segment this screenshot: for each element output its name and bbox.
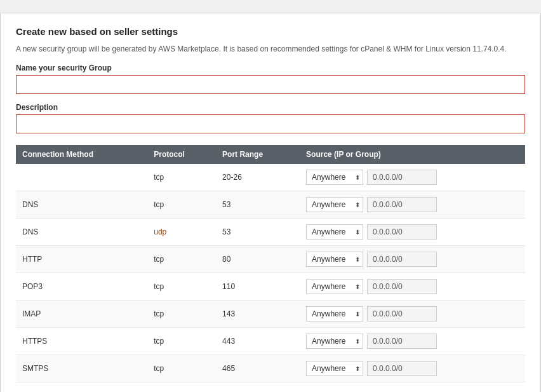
cell-port: 443	[216, 328, 300, 355]
cell-port: 143	[216, 301, 300, 328]
cell-port: 465	[216, 355, 300, 382]
description-label: Description	[16, 103, 525, 112]
cell-port: 53	[216, 219, 300, 246]
table-row: HTTPtcp80AnywhereCustom IPMy IP	[16, 246, 525, 273]
cell-port: 53	[216, 191, 300, 219]
cell-method: DNS	[16, 219, 147, 246]
cell-source: AnywhereCustom IPMy IP	[300, 328, 525, 355]
security-rules-table: Connection Method Protocol Port Range So…	[16, 145, 525, 382]
col-protocol: Protocol	[147, 145, 216, 164]
source-select[interactable]: AnywhereCustom IPMy IP	[306, 224, 363, 240]
cell-port: 20-26	[216, 164, 300, 191]
cell-source: AnywhereCustom IPMy IP	[300, 273, 525, 301]
col-connection-method: Connection Method	[16, 145, 147, 164]
ip-input[interactable]	[367, 361, 437, 376]
cell-protocol: tcp	[147, 273, 216, 301]
name-input[interactable]	[16, 75, 525, 94]
ip-input[interactable]	[367, 252, 437, 267]
table-header-row: Connection Method Protocol Port Range So…	[16, 145, 525, 164]
cell-method: POP3	[16, 273, 147, 301]
cell-method	[16, 164, 147, 191]
source-select[interactable]: AnywhereCustom IPMy IP	[306, 306, 363, 321]
cell-protocol: tcp	[147, 246, 216, 273]
cell-method: SMTPS	[16, 355, 147, 382]
source-select[interactable]: AnywhereCustom IPMy IP	[306, 279, 363, 294]
cell-protocol: tcp	[147, 355, 216, 382]
cell-source: AnywhereCustom IPMy IP	[300, 164, 525, 191]
cell-method: DNS	[16, 191, 147, 219]
description-input[interactable]	[16, 114, 525, 133]
source-select[interactable]: AnywhereCustom IPMy IP	[306, 170, 363, 185]
col-source: Source (IP or Group)	[300, 145, 525, 164]
table-row: SMTPStcp465AnywhereCustom IPMy IP	[16, 355, 525, 382]
cell-protocol: tcp	[147, 328, 216, 355]
ip-input[interactable]	[367, 334, 437, 349]
cell-port: 110	[216, 273, 300, 301]
source-select[interactable]: AnywhereCustom IPMy IP	[306, 334, 363, 349]
ip-input[interactable]	[367, 197, 437, 212]
main-container: Create new based on seller settings A ne…	[0, 13, 541, 392]
cell-source: AnywhereCustom IPMy IP	[300, 301, 525, 328]
source-select[interactable]: AnywhereCustom IPMy IP	[306, 197, 363, 212]
cell-method: HTTPS	[16, 328, 147, 355]
cell-port: 80	[216, 246, 300, 273]
source-select[interactable]: AnywhereCustom IPMy IP	[306, 252, 363, 267]
table-row: IMAPtcp143AnywhereCustom IPMy IP	[16, 301, 525, 328]
ip-input[interactable]	[367, 306, 437, 321]
ip-input[interactable]	[367, 170, 437, 185]
cell-protocol: udp	[147, 219, 216, 246]
source-select[interactable]: AnywhereCustom IPMy IP	[306, 361, 363, 376]
name-label: Name your security Group	[16, 64, 525, 72]
ip-input[interactable]	[367, 279, 437, 294]
cell-protocol: tcp	[147, 191, 216, 219]
cell-method: HTTP	[16, 246, 147, 273]
cell-protocol: tcp	[147, 164, 216, 191]
table-row: POP3tcp110AnywhereCustom IPMy IP	[16, 273, 525, 301]
cell-method: IMAP	[16, 301, 147, 328]
table-row: tcp20-26AnywhereCustom IPMy IP	[16, 164, 525, 191]
col-port-range: Port Range	[216, 145, 300, 164]
table-row: DNStcp53AnywhereCustom IPMy IP	[16, 191, 525, 219]
cell-source: AnywhereCustom IPMy IP	[300, 191, 525, 219]
table-row: HTTPStcp443AnywhereCustom IPMy IP	[16, 328, 525, 355]
ip-input[interactable]	[367, 224, 437, 240]
cell-source: AnywhereCustom IPMy IP	[300, 355, 525, 382]
page-description: A new security group will be generated b…	[16, 43, 525, 55]
page-title: Create new based on seller settings	[16, 26, 525, 37]
cell-source: AnywhereCustom IPMy IP	[300, 219, 525, 246]
cell-source: AnywhereCustom IPMy IP	[300, 246, 525, 273]
table-row: DNSudp53AnywhereCustom IPMy IP	[16, 219, 525, 246]
cell-protocol: tcp	[147, 301, 216, 328]
